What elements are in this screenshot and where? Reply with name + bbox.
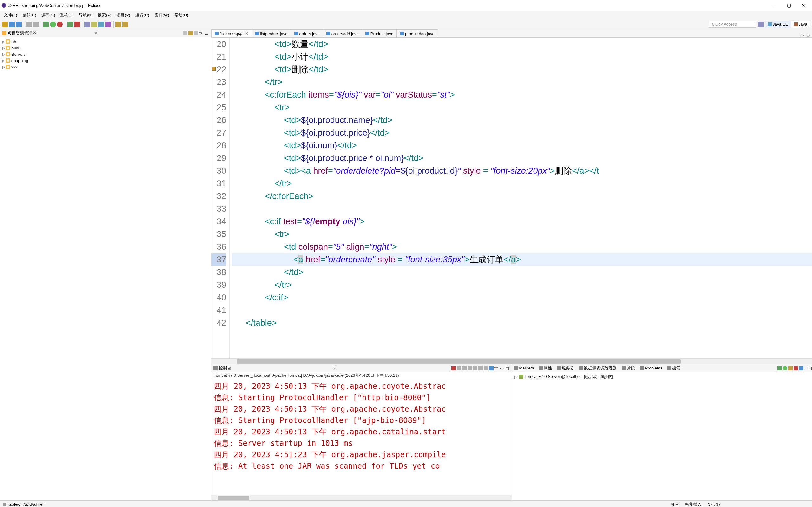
scroll-lock-icon[interactable] — [467, 366, 472, 371]
tool-icon[interactable] — [105, 21, 111, 27]
collapse-icon[interactable] — [183, 31, 188, 36]
nav-fwd-icon[interactable] — [122, 21, 128, 27]
markers-icon — [514, 366, 518, 370]
tab-ordersadd-java[interactable]: ordersadd.java — [323, 30, 362, 38]
tab-markers[interactable]: Markers — [512, 365, 537, 371]
java-file-icon — [326, 32, 330, 36]
tree-item-servers[interactable]: ▷Servers — [0, 51, 211, 57]
problems-icon — [640, 366, 644, 370]
server-debug-icon[interactable] — [777, 366, 782, 371]
menu-refactor[interactable]: 重构(T) — [57, 12, 76, 19]
scrollbar-thumb[interactable] — [217, 496, 249, 500]
server-publish-icon[interactable] — [799, 366, 803, 371]
close-tab-icon[interactable]: ✕ — [94, 31, 98, 36]
redo-icon[interactable] — [33, 21, 39, 27]
tab-listorder-jsp[interactable]: *listorder.jsp✕ — [211, 30, 252, 38]
tab-search[interactable]: 搜索 — [665, 365, 683, 372]
minimize-icon[interactable]: ▭ — [804, 366, 808, 371]
tab-product-java[interactable]: Product.java — [362, 30, 397, 38]
focus-icon[interactable] — [194, 31, 198, 36]
tool-icon[interactable] — [91, 21, 97, 27]
debug-icon[interactable] — [43, 21, 49, 27]
tree-item-xxx[interactable]: ▷xxx — [0, 64, 211, 70]
tab-properties[interactable]: 属性 — [537, 365, 554, 372]
menu-navigate[interactable]: 导航(N) — [76, 12, 95, 19]
code-editor[interactable]: 2021222324252627282930313233343536373839… — [211, 38, 812, 358]
tab-servers[interactable]: 服务器 — [554, 365, 577, 372]
main-area: 项目资源管理器 ✕ ▽ ▭ ▷hh ▷huhu ▷Servers ▷shoppi… — [0, 30, 812, 500]
nav-back-icon[interactable] — [115, 21, 121, 27]
tree-item-shopping[interactable]: ▷shopping — [0, 57, 211, 64]
menu-bar: 文件(F) 编辑(E) 源码(S) 重构(T) 导航(N) 搜索(A) 项目(P… — [0, 11, 812, 19]
menu-search[interactable]: 搜索(A) — [95, 12, 114, 19]
perspective-java[interactable]: Java — [791, 20, 810, 28]
editor-content[interactable]: <td>数量</td> <td>小计</td> <td>删除</td> </tr… — [230, 38, 812, 358]
tab-listproduct-java[interactable]: listproduct.java — [252, 30, 291, 38]
save-all-icon[interactable] — [16, 21, 21, 27]
close-tab-icon[interactable]: ✕ — [333, 366, 336, 371]
tree-item-hh[interactable]: ▷hh — [0, 38, 211, 45]
menu-source[interactable]: 源码(S) — [39, 12, 57, 19]
minimize-icon[interactable]: ▭ — [500, 366, 504, 371]
open-console-icon[interactable] — [489, 366, 494, 371]
tab-orders-java[interactable]: orders.java — [291, 30, 323, 38]
server-run-icon[interactable] — [783, 366, 787, 371]
servers-icon — [557, 366, 561, 370]
menu-window[interactable]: 窗口(W) — [152, 12, 172, 19]
new-icon[interactable] — [2, 21, 8, 27]
open-perspective-icon[interactable] — [758, 21, 764, 27]
remove-icon[interactable] — [457, 366, 461, 371]
link-icon[interactable] — [189, 31, 193, 36]
search-icon — [667, 366, 671, 370]
console-title: 控制台 — [219, 365, 333, 371]
server-stop-icon[interactable] — [794, 366, 798, 371]
server-profile-icon[interactable] — [788, 366, 793, 371]
display-icon[interactable] — [484, 366, 488, 371]
tree-item-huhu[interactable]: ▷huhu — [0, 45, 211, 51]
perspective-java-ee[interactable]: Java EE — [765, 20, 791, 28]
maximize-icon[interactable]: ▢ — [808, 366, 812, 371]
tab-productdao-java[interactable]: productdao.java — [397, 30, 438, 38]
menu-icon[interactable]: ▽ — [495, 366, 499, 371]
project-tree[interactable]: ▷hh ▷huhu ▷Servers ▷shopping ▷xxx — [0, 37, 211, 71]
console-horizontal-scrollbar[interactable] — [211, 495, 512, 500]
pin-icon[interactable] — [478, 366, 483, 371]
minimize-button[interactable]: — — [767, 1, 781, 10]
maximize-button[interactable]: ▢ — [781, 1, 796, 10]
console-output[interactable]: 四月 20, 2023 4:50:13 下午 org.apache.coyote… — [211, 379, 512, 495]
menu-project[interactable]: 项目(P) — [114, 12, 133, 19]
minimize-editor-icon[interactable]: ▭ — [801, 33, 805, 38]
server-stop-icon[interactable] — [74, 21, 80, 27]
project-explorer-header: 项目资源管理器 ✕ ▽ ▭ — [0, 30, 211, 37]
menu-run[interactable]: 运行(R) — [133, 12, 152, 19]
servers-tree[interactable]: ▷ Tomcat v7.0 Server @ localhost [已启动, 同… — [512, 372, 812, 382]
maximize-editor-icon[interactable]: ▢ — [806, 33, 811, 38]
minimize-icon[interactable]: ▭ — [205, 31, 209, 36]
maximize-icon[interactable]: ▢ — [505, 366, 510, 371]
undo-icon[interactable] — [26, 21, 32, 27]
menu-icon[interactable]: ▽ — [199, 31, 204, 36]
tab-datasource[interactable]: 数据源资源管理器 — [577, 365, 619, 372]
save-icon[interactable] — [9, 21, 14, 27]
remove-all-icon[interactable] — [462, 366, 467, 371]
terminate-icon[interactable] — [451, 366, 456, 371]
server-start-icon[interactable] — [67, 21, 73, 27]
close-icon[interactable]: ✕ — [245, 31, 248, 36]
run-icon[interactable] — [50, 21, 56, 27]
tab-problems[interactable]: Problems — [638, 365, 665, 371]
tool-icon[interactable] — [98, 21, 104, 27]
editor-horizontal-scrollbar[interactable] — [211, 358, 812, 364]
menu-edit[interactable]: 编辑(E) — [20, 12, 39, 19]
tool-icon[interactable] — [84, 21, 90, 27]
quick-access-input[interactable]: Quick Access — [709, 21, 756, 27]
clear-icon[interactable] — [473, 366, 477, 371]
scrollbar-thumb[interactable] — [237, 359, 681, 364]
menu-file[interactable]: 文件(F) — [1, 12, 20, 19]
tab-snippets[interactable]: 片段 — [619, 365, 638, 372]
status-cursor-pos: 37 : 37 — [708, 502, 721, 507]
server-tomcat[interactable]: ▷ Tomcat v7.0 Server @ localhost [已启动, 同… — [514, 373, 810, 380]
close-button[interactable]: ✕ — [796, 1, 811, 10]
warning-marker-icon[interactable] — [212, 67, 216, 71]
run-ext-icon[interactable] — [57, 21, 63, 27]
menu-help[interactable]: 帮助(H) — [172, 12, 191, 19]
